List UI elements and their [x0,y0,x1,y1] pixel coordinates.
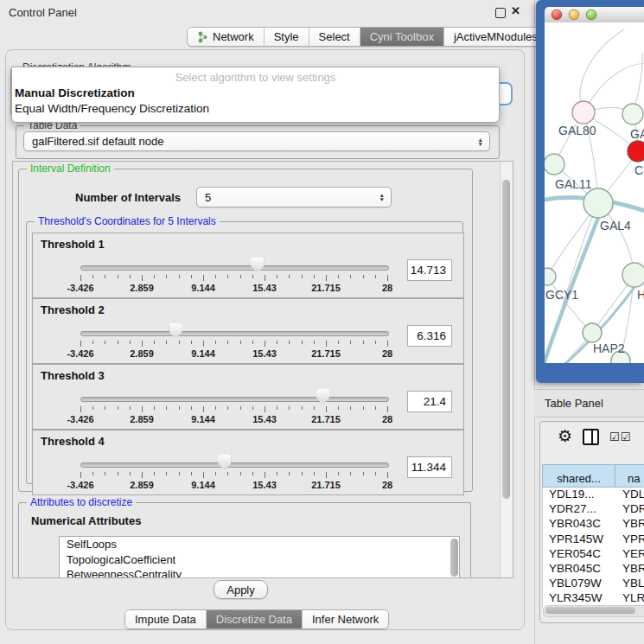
combo-arrows-icon: ▲▼ [478,137,483,146]
table-data-combo[interactable]: galFiltered.sif default node ▲▼ [23,131,490,151]
slider-tick [265,341,265,347]
slider-track[interactable] [80,462,389,468]
slider-tick [350,472,351,475]
tab-select[interactable]: Select [309,28,360,46]
mac-close-icon[interactable] [552,10,562,20]
slider-tick [240,472,241,475]
split-columns-icon[interactable] [583,429,599,445]
node-partial-right[interactable] [622,263,644,287]
bottom-tab-discretize-data[interactable]: Discretize Data [207,610,303,628]
table-row[interactable]: YER054CYER0 [543,547,644,562]
table-body[interactable]: YDL19...YDL1YDR27...YDR2YBR043CYBR0YPR14… [542,488,644,607]
slider-track[interactable] [80,397,389,402]
tab-label: Discretize Data [216,613,292,626]
slider-tick [130,472,131,475]
slider-handle[interactable] [218,455,231,470]
scale-label: 2.859 [118,480,166,490]
scale-label: 15.43 [240,480,289,490]
slider-tick [375,406,376,410]
table-row[interactable]: YBR045CYBR0 [543,562,644,577]
scale-label: 28 [363,283,411,293]
slider-tick [118,472,118,475]
settings-scrollbar[interactable] [500,162,513,577]
scale-label: 9.144 [179,348,227,359]
hscroll-thumb[interactable] [545,607,635,614]
bottom-tab-impute-data[interactable]: Impute Data [125,610,207,628]
node-gal80[interactable] [572,101,595,124]
threshold-value-field[interactable]: 14.713 [407,259,452,281]
slider-tick [277,275,277,278]
attribute-list-item[interactable]: TopologicalCoefficient [60,552,459,568]
slider-tick [375,472,376,475]
cell-shared-name: YDL19... [543,488,616,502]
scrollbar-thumb[interactable] [502,180,510,499]
node-partial-top-right[interactable] [622,104,643,124]
slider-track[interactable] [80,265,389,271]
attribute-list-item[interactable]: BetweennessCentrality [60,567,459,578]
slider-handle[interactable] [169,323,182,339]
table-panel-header: Table Panel [534,389,644,418]
slider-tick [240,406,241,410]
slider-tick [179,406,180,410]
list-scrollbar[interactable] [450,539,458,577]
node-red-selected[interactable] [628,141,644,162]
slider-tick [179,472,180,475]
tab-style[interactable]: Style [265,28,309,46]
numerical-attributes-list[interactable]: SelfLoopsTopologicalCoefficientBetweenne… [59,536,460,578]
threshold-value-field[interactable]: 21.4 [407,391,452,412]
node-table: ⚙ ☑ ☑ shared... na YDL19...YDL1YDR27...Y… [539,421,644,623]
network-canvas[interactable]: GAL80GAL11GAL4GCY1HAP2GACH [545,22,644,363]
slider-handle[interactable] [251,258,264,273]
table-row[interactable]: YLR345WYLR3 [543,591,644,606]
number-of-intervals-spinner[interactable]: 5 ▲▼ [196,187,392,207]
slider-tick [277,406,277,410]
float-window-icon[interactable] [495,8,506,18]
cell-name: YBR0 [616,562,644,577]
slider-tick [302,341,303,344]
slider-tick [252,472,253,475]
node-gcy1[interactable] [545,268,556,285]
attributes-group: Attributes to discretize Numerical Attri… [18,502,471,578]
node-gal4[interactable] [583,188,613,218]
slider-tick [166,406,167,410]
slider-tick [326,406,327,412]
node-hap2[interactable] [583,323,602,342]
attribute-list-item[interactable]: SelfLoops [60,537,459,552]
table-row[interactable]: YBL079WYBL0 [543,577,644,591]
checkbox-icon[interactable]: ☑ [609,430,620,443]
network-window-titlebar[interactable] [545,7,644,23]
bottom-tab-infer-network[interactable]: Infer Network [303,610,388,628]
threshold-value-field[interactable]: 6.316 [407,325,452,347]
mac-minimize-icon[interactable] [569,10,579,20]
tab-jactivemnodules[interactable]: jActiveMNodules [444,28,547,46]
table-row[interactable]: YBR043CYBR0 [543,517,644,532]
table-row[interactable]: YPR145WYPR1 [543,532,644,547]
threshold-value-field[interactable]: 11.344 [407,456,452,478]
table-horizontal-scrollbar[interactable] [543,605,644,617]
tab-network[interactable]: Network [188,28,265,46]
interval-definition-title: Interval Definition [27,163,114,175]
apply-button[interactable]: Apply [214,580,268,599]
slider-tick [166,341,167,344]
algorithm-option-manual[interactable]: Manual Discretization [15,86,135,99]
node-gal11[interactable] [545,154,564,175]
gear-icon[interactable]: ⚙ [558,429,572,444]
label-partial-h: H [637,288,644,302]
intervals-value: 5 [205,191,211,204]
close-icon[interactable]: ✕ [511,4,520,17]
label-gcy1: GCY1 [545,288,578,302]
column-header-name[interactable]: na [615,464,644,488]
table-row[interactable]: YDL19...YDL1 [543,488,644,502]
scale-label: 21.715 [302,283,350,293]
slider-tick [252,275,253,278]
checkbox-icon[interactable]: ☑ [621,430,631,443]
mac-zoom-icon[interactable] [586,10,596,20]
table-row[interactable]: YDR27...YDR2 [543,502,644,517]
slider-handle[interactable] [316,389,329,405]
column-header-shared-name[interactable]: shared... [542,464,615,488]
tab-cyni-toolbox[interactable]: Cyni Toolbox [360,28,444,46]
tab-label: Select [319,30,350,43]
slider-tick [338,341,339,344]
slider-track[interactable] [80,331,389,336]
algorithm-option-equal-width[interactable]: Equal Width/Frequency Discretization [15,102,209,115]
